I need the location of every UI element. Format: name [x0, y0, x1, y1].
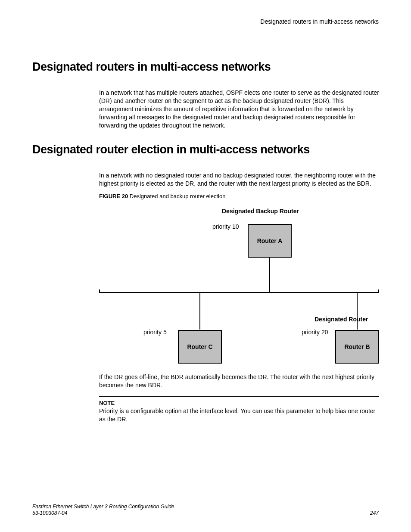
- note-block: NOTE Priority is a configurable option a…: [99, 396, 379, 423]
- footer-page-number: 247: [370, 510, 379, 517]
- connector-line: [357, 293, 358, 330]
- designated-backup-router-label: Designated Backup Router: [222, 208, 299, 215]
- after-figure-paragraph: If the DR goes off-line, the BDR automat…: [99, 373, 379, 389]
- section2-body: In a network with no designated router a…: [99, 171, 379, 188]
- figure-caption: FIGURE 20 Designated and backup router e…: [99, 193, 225, 199]
- router-c-box: Router C: [178, 330, 222, 364]
- figure-diagram: Designated Backup Router priority 10 Rou…: [99, 206, 379, 365]
- note-rule: [99, 396, 379, 397]
- network-segment-line: [99, 292, 379, 293]
- footer-doc-title: FastIron Ethernet Switch Layer 3 Routing…: [32, 504, 174, 510]
- page-footer: FastIron Ethernet Switch Layer 3 Routing…: [32, 504, 379, 517]
- router-b-box: Router B: [335, 330, 379, 364]
- note-label: NOTE: [99, 400, 379, 406]
- router-a-priority-label: priority 10: [212, 223, 239, 230]
- footer-left: FastIron Ethernet Switch Layer 3 Routing…: [32, 504, 174, 517]
- designated-router-label: Designated Router: [314, 316, 368, 323]
- connector-line: [199, 293, 200, 330]
- page: Designated routers in multi-access netwo…: [0, 0, 411, 532]
- connector-line: [269, 258, 270, 292]
- running-header: Designated routers in multi-access netwo…: [260, 18, 379, 25]
- footer-doc-number: 53-1003087-04: [32, 510, 174, 517]
- segment-end-tick: [99, 289, 100, 293]
- section2-title: Designated router election in multi-acce…: [32, 143, 310, 156]
- router-b-priority-label: priority 20: [302, 329, 328, 336]
- segment-end-tick: [378, 289, 379, 293]
- section1-title: Designated routers in multi-access netwo…: [32, 60, 271, 74]
- router-a-box: Router A: [248, 224, 292, 258]
- note-text: Priority is a configurable option at the…: [99, 407, 379, 423]
- router-c-priority-label: priority 5: [143, 329, 167, 336]
- figure-caption-text: Designated and backup router election: [128, 193, 225, 199]
- section1-body: In a network that has multiple routers a…: [99, 89, 379, 129]
- figure-label: FIGURE 20: [99, 193, 128, 199]
